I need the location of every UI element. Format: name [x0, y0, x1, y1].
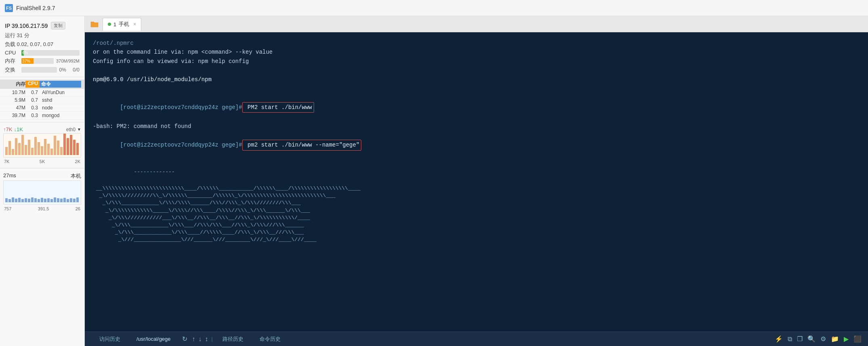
net-low: 2K	[75, 159, 80, 164]
refresh-icon[interactable]: ↻	[179, 335, 191, 343]
tab-1[interactable]: 1 手机 ×	[103, 18, 141, 31]
status-icons: ⚡ ⧉ ❐ 🔍 ⚙ 📁 ▶ ⬛	[775, 335, 862, 343]
cpu-fill: 4%	[21, 50, 24, 56]
ascii-art-8: _\///_______________\///______\///______…	[93, 236, 860, 243]
mem-label: 内存	[5, 57, 19, 65]
mem-bar: 37%	[21, 58, 54, 64]
prompt-2: [root@iz2zecptoovz7cnddqyp24z gege]#	[120, 142, 242, 148]
terminal-output[interactable]: /root/.npmrc or on the command line via:…	[85, 32, 868, 331]
latency-ms: 27ms	[3, 172, 16, 180]
copy-button[interactable]: 复制	[51, 22, 65, 29]
proc-cmd: AliYunDun	[40, 90, 81, 95]
ascii-art-6: _\/\\\____________\/\\\___//\\\/\\\___//…	[93, 222, 860, 229]
folder-nav-icon[interactable]: 📁	[831, 335, 839, 343]
process-row[interactable]: 39.7M 0.3 mongod	[0, 112, 84, 120]
term-line: or on the command line via: npm <command…	[93, 48, 860, 57]
app-icon: FS	[5, 4, 13, 12]
play-icon[interactable]: ▶	[844, 335, 849, 343]
history-button[interactable]: 访问历史	[91, 336, 128, 343]
sync-icon[interactable]: ↕	[203, 336, 210, 343]
col-cpu-header: CPU	[25, 81, 40, 88]
term-line	[93, 176, 860, 185]
status-bar: 访问历史 /usr/local/gege ↻ ↑ ↓ ↕ | 路径历史 命令历史…	[85, 331, 868, 346]
lightning-icon[interactable]: ⚡	[775, 335, 783, 343]
latency-header: 27ms 本机	[3, 172, 81, 180]
ascii-art-2: _\/\\\\\/////////\\_\/\\\\\\________/\\\…	[93, 192, 860, 199]
ip-address: IP 39.106.217.59	[5, 23, 48, 29]
interface-label: eth0	[66, 127, 75, 132]
term-line	[93, 84, 860, 93]
process-table-header: 内存 CPU 命令	[0, 80, 84, 89]
settings-icon[interactable]: ⚙	[820, 335, 826, 343]
proc-mem: 10.7M	[3, 90, 25, 95]
swap-row: 交换 0% 0/0	[0, 65, 84, 74]
net-mid: 5K	[40, 159, 45, 164]
cmd2-box: pm2 start ./bin/www --name="gege"	[242, 140, 362, 150]
lat-mid: 391.5	[38, 206, 49, 211]
term-cmd1-line: [root@iz2zecptoovz7cnddqyp24z gege]# PM2…	[93, 93, 860, 122]
network-section: ↑7K ↓1K eth0 ▼	[0, 125, 84, 166]
ascii-separator: -------------	[93, 168, 860, 176]
ascii-art-1: __\\\\\\\\\\\\\\\\\\\\\\\\\\____/\\\\\\_…	[93, 185, 860, 192]
mem-row: 内存 37% 370M/992M	[0, 57, 84, 65]
upload-icon[interactable]: ↑	[191, 336, 197, 343]
latency-label-row: 757 391.5 26	[3, 206, 81, 211]
proc-mem: 39.7M	[3, 113, 25, 118]
stop-icon[interactable]: ⬛	[853, 335, 862, 343]
clipboard-icon[interactable]: ❐	[797, 335, 803, 343]
tab-bar: 1 手机 ×	[85, 16, 868, 32]
prompt-1: [root@iz2zecptoovz7cnddqyp24z gege]#	[120, 104, 242, 111]
ascii-art-4: _\/\\\\\\\\\\\\_____\/\\\\//\\\____/\\\\…	[93, 207, 860, 214]
tab-close-button[interactable]: ×	[133, 21, 136, 27]
col-cmd-header: 命令	[40, 81, 81, 88]
path-history-button[interactable]: 路径历史	[214, 336, 252, 343]
folder-icon[interactable]	[88, 18, 101, 31]
uptime-label: 运行 31 分	[0, 31, 84, 40]
network-header: ↑7K ↓1K eth0 ▼	[3, 126, 81, 132]
titlebar: FS FinalShell 2.9.7	[0, 0, 868, 16]
latency-section: 27ms 本机	[0, 171, 84, 213]
mem-detail: 370M/992M	[56, 59, 80, 63]
process-row[interactable]: 47M 0.3 node	[0, 104, 84, 112]
divider-1	[0, 77, 84, 77]
term-line: /root/.npmrc	[93, 39, 860, 48]
proc-mem: 47M	[3, 105, 25, 111]
process-row[interactable]: 5.9M 0.7 sshd	[0, 96, 84, 104]
main-container: IP 39.106.217.59 复制 运行 31 分 负载 0.02, 0.0…	[0, 16, 868, 346]
process-row[interactable]: 10.7M 0.7 AliYunDun	[0, 89, 84, 96]
cpu-bar: 4%	[21, 50, 80, 56]
cmd2-text: pm2 start ./bin/www --name="gege"	[244, 142, 360, 148]
mem-percent: 37%	[22, 59, 30, 63]
lat-low: 26	[75, 206, 80, 211]
network-chart	[3, 133, 81, 157]
search-icon[interactable]: 🔍	[807, 335, 816, 343]
tab-name: 手机	[119, 21, 129, 28]
proc-mem: 5.9M	[3, 97, 25, 103]
proc-cmd: sshd	[40, 97, 81, 103]
download-icon[interactable]: ↓	[197, 336, 203, 343]
swap-bar	[21, 67, 57, 73]
ascii-art-5: _\/\\\///////////___\/\\\__//\\\__/\\\__…	[93, 214, 860, 222]
swap-label: 交换	[5, 66, 19, 73]
col-mem-header: 内存	[3, 81, 25, 88]
proc-cpu: 0.3	[25, 113, 40, 118]
cmd1-text: PM2 start ./bin/www	[244, 104, 312, 111]
net-labels: 7K 5K 2K	[3, 159, 81, 164]
current-path: /usr/local/gege	[128, 336, 179, 342]
proc-cpu: 0.7	[25, 97, 40, 103]
copy-icon[interactable]: ⧉	[788, 336, 792, 343]
proc-cpu: 0.7	[25, 90, 40, 95]
load-label: 负载 0.02, 0.07, 0.07	[0, 40, 84, 49]
term-line: Config info can be viewed via: npm help …	[93, 57, 860, 66]
term-error-line: -bash: PM2: command not found	[93, 122, 860, 131]
net-up-value: ↑7K	[3, 126, 12, 132]
net-top: 7K	[4, 159, 9, 164]
cmd1-box: PM2 start ./bin/www	[242, 102, 314, 113]
tab-number: 1	[113, 21, 116, 27]
swap-value: 0%	[59, 67, 66, 73]
cpu-row: CPU 4%	[0, 49, 84, 57]
interface-dropdown-icon[interactable]: ▼	[77, 127, 81, 132]
cmd-history-button[interactable]: 命令历史	[252, 336, 289, 343]
ascii-art-7: _\/\\\____________\/\\\____//\\\\\____//…	[93, 229, 860, 236]
latency-label: 本机	[71, 172, 81, 180]
